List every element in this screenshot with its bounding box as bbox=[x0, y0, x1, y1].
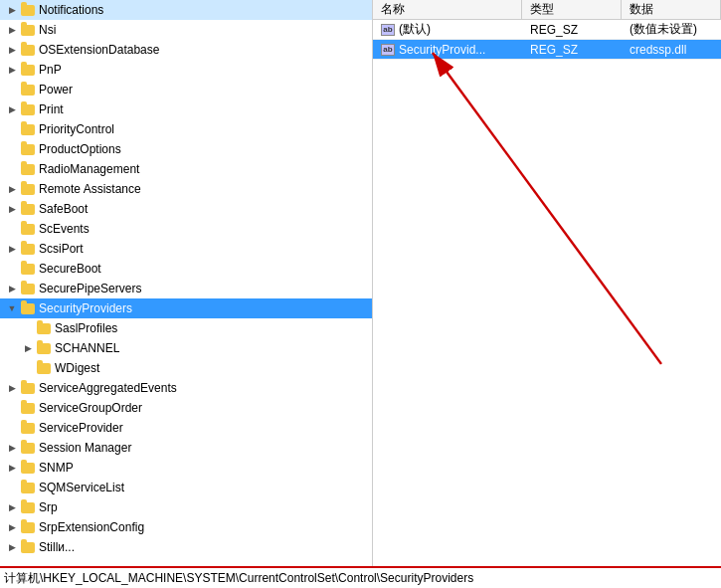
tree-item-label: SaslProfiles bbox=[55, 321, 117, 335]
folder-icon bbox=[20, 43, 36, 57]
reg-data-cell: credssp.dll bbox=[622, 42, 721, 58]
registry-tree[interactable]: ▶Notifications▶Nsi▶OSExtensionDatabase▶P… bbox=[0, 0, 373, 566]
expander-icon: ▶ bbox=[4, 502, 20, 512]
tree-item-nsi[interactable]: ▶Nsi bbox=[0, 20, 372, 40]
folder-icon bbox=[20, 63, 36, 77]
tree-item-radiomanagement[interactable]: RadioManagement bbox=[0, 159, 372, 179]
tree-item-label: Power bbox=[39, 83, 73, 97]
tree-item-label: Notifications bbox=[39, 3, 103, 17]
expander-icon: ▶ bbox=[4, 522, 20, 532]
tree-item-stillmore[interactable]: ▶Stillи... bbox=[0, 537, 372, 557]
reg-row-default[interactable]: ab(默认)REG_SZ(数值未设置) bbox=[373, 20, 721, 40]
expander-icon: ▶ bbox=[4, 65, 20, 75]
tree-item-label: SNMP bbox=[39, 461, 74, 475]
tree-item-label: Srp bbox=[39, 500, 58, 514]
expander-icon: ▶ bbox=[4, 45, 20, 55]
expander-icon: ▶ bbox=[4, 463, 20, 473]
reg-row-securityprovid[interactable]: abSecurityProvid...REG_SZcredssp.dll bbox=[373, 40, 721, 60]
tree-item-wdigest[interactable]: WDigest bbox=[0, 358, 372, 378]
expander-icon: ▶ bbox=[4, 25, 20, 35]
tree-item-serviceaggregatedevents[interactable]: ▶ServiceAggregatedEvents bbox=[0, 378, 372, 398]
tree-item-securityproviders[interactable]: ▼SecurityProviders bbox=[0, 298, 372, 318]
tree-item-remoteassistance[interactable]: ▶Remote Assistance bbox=[0, 179, 372, 199]
expander-icon: ▶ bbox=[4, 443, 20, 453]
tree-item-srpextensionconfig[interactable]: ▶SrpExtensionConfig bbox=[0, 517, 372, 537]
folder-icon bbox=[36, 321, 52, 335]
tree-item-osextensiondb[interactable]: ▶OSExtensionDatabase bbox=[0, 40, 372, 60]
tree-item-secureboot[interactable]: SecureBoot bbox=[0, 259, 372, 279]
folder-icon bbox=[20, 162, 36, 176]
status-bar: 计算机\HKEY_LOCAL_MACHINE\SYSTEM\CurrentCon… bbox=[0, 566, 721, 588]
folder-icon bbox=[20, 282, 36, 295]
reg-name-cell: abSecurityProvid... bbox=[373, 42, 522, 58]
table-header: 名称 类型 数据 bbox=[373, 0, 721, 20]
tree-item-sessionmanager[interactable]: ▶Session Manager bbox=[0, 438, 372, 458]
expander-icon: ▶ bbox=[4, 5, 20, 15]
status-path: 计算机\HKEY_LOCAL_MACHINE\SYSTEM\CurrentCon… bbox=[4, 570, 473, 587]
tree-item-label: SQMServiceList bbox=[39, 481, 124, 494]
folder-icon bbox=[20, 401, 36, 415]
tree-item-label: SecurePipeServers bbox=[39, 282, 141, 295]
tree-item-notifications[interactable]: ▶Notifications bbox=[0, 0, 372, 20]
reg-type-icon: ab bbox=[381, 24, 395, 36]
tree-item-saslprofiles[interactable]: SaslProfiles bbox=[0, 318, 372, 338]
folder-icon bbox=[20, 301, 36, 315]
folder-icon bbox=[20, 262, 36, 276]
folder-icon bbox=[20, 182, 36, 196]
tree-item-snmp[interactable]: ▶SNMP bbox=[0, 458, 372, 478]
folder-icon bbox=[20, 481, 36, 494]
registry-table: 名称 类型 数据 ab(默认)REG_SZ(数值未设置)abSecurityPr… bbox=[373, 0, 721, 566]
folder-icon bbox=[20, 222, 36, 236]
tree-item-servicegrouporder[interactable]: ServiceGroupOrder bbox=[0, 398, 372, 418]
reg-data-cell: (数值未设置) bbox=[622, 20, 721, 39]
tree-item-prioritycontrol[interactable]: PriorityControl bbox=[0, 119, 372, 139]
tree-item-label: Nsi bbox=[39, 23, 56, 37]
tree-item-pnp[interactable]: ▶PnP bbox=[0, 60, 372, 80]
tree-item-serviceprovider[interactable]: ServiceProvider bbox=[0, 418, 372, 438]
folder-icon bbox=[20, 142, 36, 156]
folder-icon bbox=[36, 341, 52, 355]
tree-item-sqmservicelist[interactable]: SQMServiceList bbox=[0, 478, 372, 497]
folder-icon bbox=[20, 122, 36, 136]
folder-icon bbox=[20, 242, 36, 256]
header-type: 类型 bbox=[522, 0, 622, 19]
tree-item-label: Session Manager bbox=[39, 441, 131, 455]
tree-item-scevents[interactable]: ScEvents bbox=[0, 219, 372, 239]
folder-icon bbox=[20, 23, 36, 37]
folder-icon bbox=[20, 421, 36, 435]
tree-item-label: OSExtensionDatabase bbox=[39, 43, 159, 57]
tree-item-label: Remote Assistance bbox=[39, 182, 141, 196]
tree-item-print[interactable]: ▶Print bbox=[0, 99, 372, 119]
tree-item-label: SrpExtensionConfig bbox=[39, 520, 144, 534]
reg-type-icon: ab bbox=[381, 44, 395, 56]
tree-item-productoptions[interactable]: ProductOptions bbox=[0, 139, 372, 159]
reg-type-cell: REG_SZ bbox=[522, 42, 622, 58]
folder-icon bbox=[20, 540, 36, 554]
tree-item-label: RadioManagement bbox=[39, 162, 139, 176]
tree-item-schannel[interactable]: ▶SCHANNEL bbox=[0, 338, 372, 358]
tree-item-label: PnP bbox=[39, 63, 62, 77]
tree-item-srp[interactable]: ▶Srp bbox=[0, 497, 372, 517]
folder-icon bbox=[20, 102, 36, 116]
tree-item-label: ServiceGroupOrder bbox=[39, 401, 142, 415]
reg-rows: ab(默认)REG_SZ(数值未设置)abSecurityProvid...RE… bbox=[373, 20, 721, 60]
tree-item-safeboot[interactable]: ▶SafeBoot bbox=[0, 199, 372, 219]
tree-item-label: ScsiPort bbox=[39, 242, 84, 256]
expander-icon: ▶ bbox=[20, 343, 36, 353]
registry-values-pane: 名称 类型 数据 ab(默认)REG_SZ(数值未设置)abSecurityPr… bbox=[373, 0, 721, 566]
tree-item-label: PriorityControl bbox=[39, 122, 114, 136]
header-name: 名称 bbox=[373, 0, 522, 19]
folder-icon bbox=[20, 461, 36, 475]
expander-icon: ▶ bbox=[4, 184, 20, 194]
tree-item-label: ScEvents bbox=[39, 222, 90, 236]
expander-icon: ▶ bbox=[4, 104, 20, 114]
tree-item-scsiport[interactable]: ▶ScsiPort bbox=[0, 239, 372, 259]
tree-item-securepipeservers[interactable]: ▶SecurePipeServers bbox=[0, 279, 372, 298]
tree-item-label: SecurityProviders bbox=[39, 301, 132, 315]
tree-item-label: Print bbox=[39, 102, 64, 116]
tree-item-power[interactable]: Power bbox=[0, 80, 372, 99]
expander-icon: ▶ bbox=[4, 284, 20, 294]
tree-item-label: ServiceAggregatedEvents bbox=[39, 381, 177, 395]
expander-icon: ▶ bbox=[4, 204, 20, 214]
tree-item-label: Stillи... bbox=[39, 540, 75, 554]
